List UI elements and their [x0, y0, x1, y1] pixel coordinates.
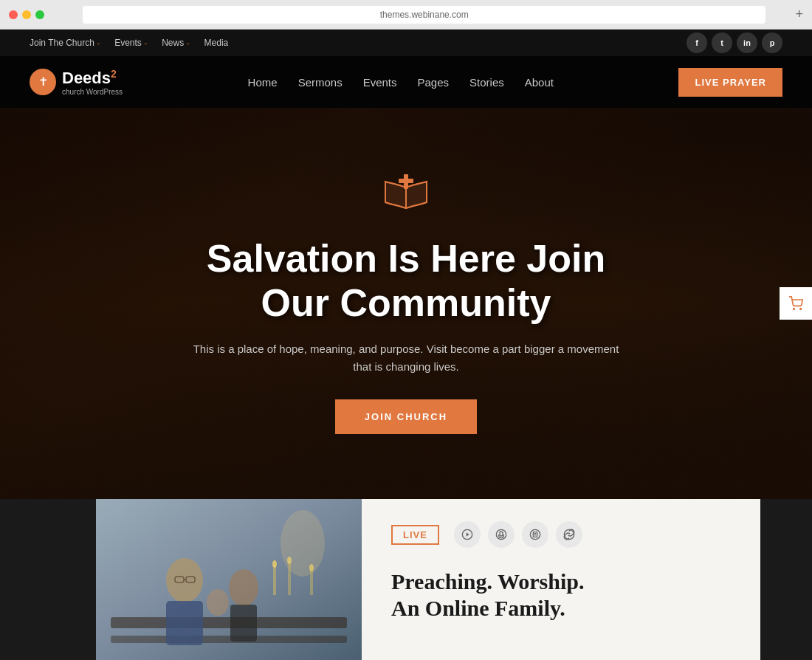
- browser-chrome: themes.webinane.com +: [0, 0, 812, 30]
- svg-rect-8: [111, 636, 347, 643]
- maximize-dot[interactable]: [35, 10, 44, 19]
- svg-rect-10: [166, 601, 203, 645]
- svg-rect-1: [399, 179, 413, 183]
- live-prayer-button[interactable]: LIVE PRAYER: [678, 68, 782, 97]
- topbar-news[interactable]: News -: [162, 38, 189, 48]
- social-icons: f t in p: [687, 32, 782, 53]
- logo-icon: ✝: [30, 69, 56, 95]
- audio-icon[interactable]: [488, 521, 515, 548]
- separator-3: -: [187, 39, 189, 47]
- topbar-join[interactable]: Join The Church -: [30, 38, 100, 48]
- logo-subtitle: church WordPress: [62, 88, 123, 96]
- logo[interactable]: ✝ Deeds2 church WordPress: [30, 68, 123, 96]
- logo-text: Deeds2 church WordPress: [62, 68, 123, 96]
- svg-rect-21: [310, 569, 313, 595]
- link-icon[interactable]: [556, 521, 582, 548]
- hero-title: Salvation Is Here Join Our Community: [185, 237, 627, 326]
- hero-subtitle: This is a place of hope, meaning, and pu…: [185, 340, 627, 376]
- url-text: themes.webinane.com: [380, 10, 469, 20]
- pinterest-icon[interactable]: p: [762, 32, 782, 53]
- separator-2: -: [145, 39, 147, 47]
- svg-marker-24: [467, 532, 469, 536]
- svg-point-22: [309, 564, 314, 571]
- new-tab-button[interactable]: +: [795, 7, 803, 22]
- bottom-section: LIVE: [96, 499, 760, 660]
- website: Join The Church - Events - News - Media …: [0, 30, 812, 660]
- svg-rect-15: [230, 605, 257, 642]
- browser-dots: [9, 10, 44, 19]
- svg-point-3: [800, 309, 802, 310]
- nav-pages[interactable]: Pages: [418, 76, 450, 89]
- hero-content: Salvation Is Here Join Our Community Thi…: [185, 173, 627, 434]
- svg-rect-19: [288, 562, 291, 595]
- nav-about[interactable]: About: [525, 76, 554, 89]
- main-nav: Home Sermons Events Pages Stories About: [248, 76, 554, 89]
- topbar-events[interactable]: Events -: [114, 38, 147, 48]
- header: ✝ Deeds2 church WordPress Home Sermons E…: [0, 56, 812, 108]
- top-bar: Join The Church - Events - News - Media …: [0, 30, 812, 56]
- separator-1: -: [97, 39, 100, 47]
- svg-point-6: [281, 510, 325, 577]
- linkedin-icon[interactable]: in: [737, 32, 757, 53]
- svg-point-14: [229, 569, 258, 606]
- bottom-title: Preaching. Worship.An Online Family.: [391, 568, 731, 622]
- bottom-content: LIVE: [362, 499, 760, 660]
- nav-events[interactable]: Events: [363, 76, 397, 89]
- nav-stories[interactable]: Stories: [469, 76, 504, 89]
- hero-section: Salvation Is Here Join Our Community Thi…: [0, 108, 812, 499]
- cart-button[interactable]: [780, 287, 812, 320]
- join-church-button[interactable]: JOIN CHURCH: [335, 399, 477, 434]
- media-icons: [454, 521, 582, 548]
- logo-name: Deeds2: [62, 69, 117, 87]
- svg-point-2: [794, 309, 795, 310]
- topbar-media[interactable]: Media: [204, 38, 229, 48]
- url-bar[interactable]: themes.webinane.com: [83, 6, 765, 24]
- bible-cross-icon: [185, 173, 627, 225]
- document-icon[interactable]: [522, 521, 548, 548]
- top-bar-nav: Join The Church - Events - News - Media: [30, 38, 228, 48]
- live-badge: LIVE: [391, 525, 439, 545]
- nav-sermons[interactable]: Sermons: [298, 76, 343, 89]
- minimize-dot[interactable]: [22, 10, 31, 19]
- content-top-row: LIVE: [391, 521, 731, 563]
- close-dot[interactable]: [9, 10, 18, 19]
- twitter-icon[interactable]: t: [712, 32, 732, 53]
- nav-home[interactable]: Home: [248, 76, 278, 89]
- svg-point-16: [207, 589, 229, 616]
- bottom-image: [96, 499, 362, 660]
- svg-point-9: [166, 558, 203, 602]
- svg-point-20: [287, 557, 292, 564]
- video-icon[interactable]: [454, 521, 481, 548]
- svg-point-18: [272, 560, 277, 568]
- facebook-icon[interactable]: f: [687, 32, 707, 53]
- svg-rect-17: [273, 566, 276, 595]
- svg-rect-7: [111, 617, 347, 628]
